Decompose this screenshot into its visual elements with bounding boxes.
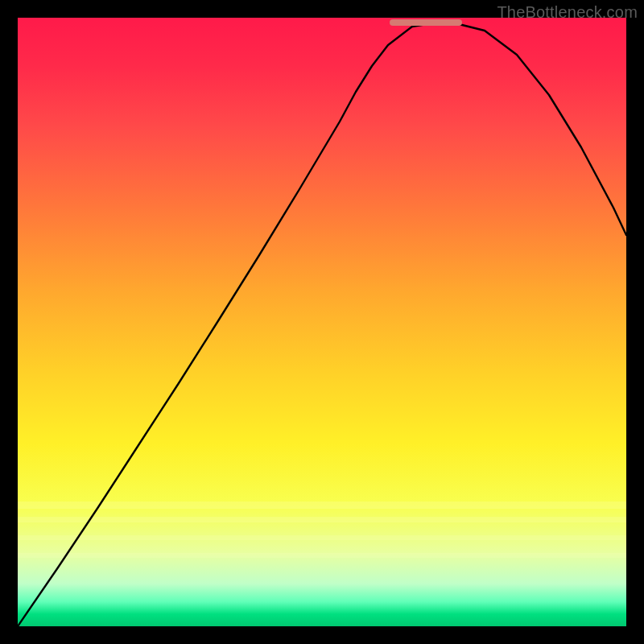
trough-marker — [390, 19, 462, 26]
watermark-text: TheBottleneck.com — [497, 3, 638, 22]
highlight-band-3 — [18, 535, 626, 541]
chart-frame: TheBottleneck.com — [0, 0, 644, 644]
highlight-band-1 — [18, 502, 626, 509]
plot-area — [18, 18, 626, 626]
highlight-band-2 — [18, 517, 626, 523]
highlight-band-4 — [18, 553, 626, 558]
